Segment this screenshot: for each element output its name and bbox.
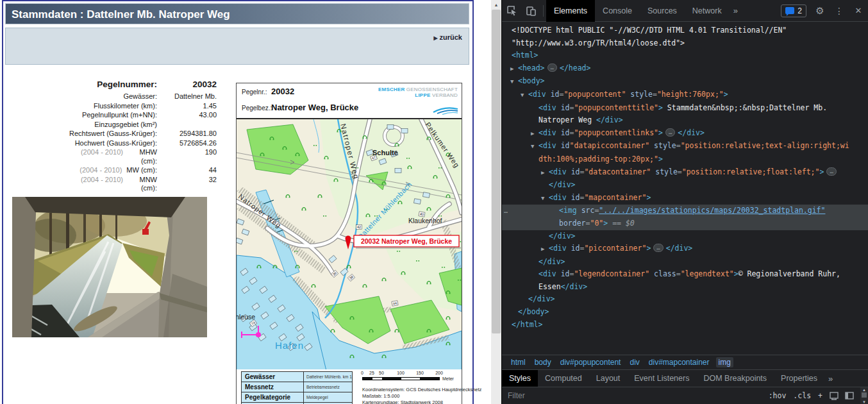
tab-event-listeners[interactable]: Event Listeners: [627, 370, 696, 387]
elements-tree[interactable]: <!DOCTYPE html PUBLIC "-//W3C//DTD HTML …: [502, 22, 868, 355]
styles-mini-scrollbar[interactable]: ▲▼: [860, 387, 868, 404]
map-pegelbez-label: Pegelbez.:: [242, 105, 272, 112]
map-pegelbez-value: Natroper Weg, Brücke: [271, 103, 358, 112]
dom-tree-line[interactable]: ▼<div id="popupcontent" style="height:76…: [502, 88, 868, 102]
dom-tree-line[interactable]: </body>: [502, 306, 868, 319]
tab-properties[interactable]: Properties: [774, 370, 824, 387]
legend-row: GewässerDattelner Mühlenb. km 1.45: [242, 372, 352, 382]
dom-tree-line[interactable]: dth:100%;padding-top:20px;">: [502, 153, 868, 166]
house-number: 44: [392, 301, 397, 306]
collapsed-content-icon: …: [665, 128, 675, 137]
legend-row: PegelkategorieMeldepegel: [242, 392, 352, 403]
breadcrumb-item[interactable]: div: [630, 358, 639, 367]
dom-tree-line[interactable]: ▶<head>…</head>: [502, 62, 868, 76]
toggle-hover-state-button[interactable]: :hov: [769, 391, 787, 400]
dom-tree-line[interactable]: border="0"> == $0: [502, 217, 868, 230]
station-row: Flusskilometer (km):1.45: [21, 102, 217, 111]
house-number: 42: [357, 225, 361, 229]
more-tabs-icon[interactable]: »: [730, 6, 742, 15]
tab-dom-breakpoints[interactable]: DOM Breakpoints: [696, 370, 774, 387]
dom-tree-line[interactable]: </div>: [502, 179, 868, 192]
tab-console[interactable]: Console: [595, 0, 640, 22]
map-header: Pegelnr.: 20032 Pegelbez.: Natroper Weg,…: [237, 83, 462, 119]
dom-tree-line[interactable]: ▼<div id="mapcontainer">: [502, 192, 868, 205]
devtools-toolbar: ElementsConsoleSourcesNetwork » 2 ⚙ ⋮ ✕: [502, 0, 868, 22]
breadcrumb-item[interactable]: div#mapcontainer: [649, 358, 710, 367]
devtools-panel: ElementsConsoleSourcesNetwork » 2 ⚙ ⋮ ✕ …: [501, 0, 868, 404]
scroll-up-icon[interactable]: ▲: [491, 0, 501, 10]
tab-computed[interactable]: Computed: [538, 370, 589, 387]
house-number: 40: [419, 212, 424, 217]
toggle-class-button[interactable]: .cls: [793, 391, 811, 400]
tab-styles[interactable]: Styles: [502, 370, 538, 387]
expand-arrow-icon: ▶: [531, 128, 538, 140]
expand-arrow-icon: ▼: [521, 89, 528, 102]
collapsed-content-icon: …: [653, 244, 663, 252]
station-row: (2004 - 2010)MNW (cm):32: [21, 176, 217, 193]
dom-tree-line[interactable]: </div>: [502, 293, 868, 306]
collapsed-content-icon: …: [547, 63, 557, 72]
tab-sources[interactable]: Sources: [640, 0, 685, 22]
back-arrow-icon: ▶: [433, 35, 437, 41]
station-row: Gewässer:Dattelner Mb.: [21, 92, 217, 101]
dom-tree-line[interactable]: <html>: [502, 49, 868, 62]
dom-tree-line[interactable]: ▶<div id="piccontainer">…</div>: [502, 242, 868, 256]
breadcrumb-item[interactable]: body: [535, 358, 551, 367]
issues-button[interactable]: 2: [781, 4, 806, 17]
station-row: Pegelnullpunkt (m+NN):43.00: [21, 111, 217, 120]
dom-tree-line[interactable]: ▶<div id="datacontainer" style="position…: [502, 166, 868, 180]
legend-info: Koordinatensystem: GCS Deutsches Hauptdr…: [362, 387, 481, 404]
styles-tab-bar: StylesComputedLayoutEvent ListenersDOM B…: [502, 369, 868, 387]
tab-elements[interactable]: Elements: [546, 0, 595, 22]
station-row: Einzugsgebiet (km²): [21, 121, 217, 130]
dom-tree-line[interactable]: ▶<div id="popupcontentlinks">…</div>: [502, 127, 868, 140]
dom-tree-line[interactable]: </div>: [502, 230, 868, 243]
page-scrollbar[interactable]: ▲: [491, 0, 501, 404]
station-row: (2004 - 2010)MW (cm):44: [21, 166, 217, 175]
map-pegelnr-label: Pegelnr.:: [242, 88, 267, 96]
dom-tree-line[interactable]: <!DOCTYPE html PUBLIC "-//W3C//DTD HTML …: [502, 24, 868, 37]
dom-tree-line[interactable]: …<img src="../../images/stationpics/maps…: [502, 205, 868, 217]
close-devtools-icon[interactable]: ✕: [849, 3, 868, 19]
dom-tree-line[interactable]: ▼<div id"datapiccontainer" style="positi…: [502, 140, 868, 153]
map-pegelnr-value: 20032: [271, 87, 294, 96]
station-photo: [12, 197, 207, 337]
styles-more-tabs-icon[interactable]: »: [824, 374, 837, 383]
emscher-lippe-logo: EMSCHER GENOSSENSCHAFT LIPPE VERBAND: [378, 87, 458, 98]
tab-layout[interactable]: Layout: [589, 370, 628, 387]
map-legend: GewässerDattelner Mühlenb. km 1.45Messne…: [237, 369, 462, 404]
scrollbar-thumb[interactable]: [492, 10, 501, 333]
logo-swirl-icon: [432, 105, 459, 115]
dom-tree-line[interactable]: Natroper Weg </div>: [502, 114, 868, 127]
screen: Stammdaten : Dattelner Mb. Natroper Weg …: [0, 0, 868, 404]
filter-input[interactable]: Filter: [508, 391, 769, 400]
map-label-klaukenhof: Klaukenhof: [408, 217, 442, 224]
breadcrumb-item[interactable]: div#popupcontent: [560, 358, 621, 367]
dom-tree-line[interactable]: <div id="popupcontenttitle"> Stammdaten&…: [502, 102, 868, 115]
toolbar-separator: [543, 5, 544, 17]
dom-tree-line[interactable]: "http://www.w3.org/TR/html4/loose.dtd">: [502, 37, 868, 50]
sidebar-toggle-icon[interactable]: [845, 391, 854, 400]
tab-network[interactable]: Network: [685, 0, 730, 22]
breadcrumb-item[interactable]: img: [716, 357, 733, 367]
settings-gear-icon[interactable]: ⚙: [810, 3, 830, 19]
inspect-element-icon[interactable]: [502, 3, 521, 19]
dom-tree-line[interactable]: ▼<body>: [502, 75, 868, 88]
device-toolbar-icon[interactable]: [521, 3, 540, 19]
back-link[interactable]: ▶zurück: [433, 33, 462, 41]
dom-tree-line[interactable]: </div>: [502, 256, 868, 269]
scale-unit: Meter: [442, 376, 454, 381]
breadcrumb-item[interactable]: html: [511, 358, 526, 367]
station-row: Rechtswert (Gauss-Krüger):2594381.80: [21, 130, 217, 139]
new-style-rule-button[interactable]: +: [818, 391, 822, 400]
issues-bubble-icon: [785, 7, 794, 14]
issues-count: 2: [797, 6, 802, 15]
kebab-menu-icon[interactable]: ⋮: [830, 3, 849, 19]
dom-tree-line[interactable]: <div id="legendcontainer" class="legendt…: [502, 268, 868, 281]
links-box: ▶zurück: [5, 28, 469, 65]
scale-bar: 02550100150200 Meter: [362, 371, 458, 380]
dom-tree-line[interactable]: </html>: [502, 319, 868, 332]
gauge-marker: 20032 Natroper Weg, Brücke: [346, 235, 462, 249]
dom-tree-line[interactable]: Essen</div>: [502, 281, 868, 294]
rendering-emulation-icon[interactable]: [830, 391, 839, 400]
